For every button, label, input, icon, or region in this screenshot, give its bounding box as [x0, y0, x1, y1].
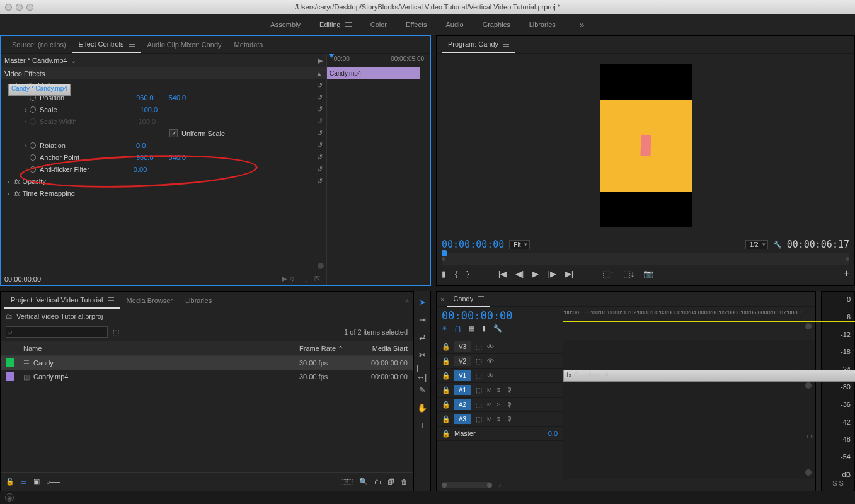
effect-clip-bar[interactable]: Candy.mp4 [327, 67, 420, 79]
type-tool[interactable]: T [416, 420, 428, 431]
mark-out-button[interactable]: } [466, 269, 469, 278]
reset-rotation[interactable] [317, 141, 323, 149]
timeline-track-area[interactable]: fxCandy.mp4 ↦ [563, 340, 815, 479]
add-marker-button[interactable]: ▮ [442, 269, 446, 278]
keyframe-toggle-scale[interactable] [30, 106, 36, 113]
reset-opacity[interactable] [317, 177, 323, 185]
project-table[interactable]: NameFrame Rate ⌃Media Start ☰Candy30.00 … [1, 341, 413, 472]
prop-scale[interactable]: ›Scale100.0 [1, 103, 326, 115]
razor-tool[interactable]: ✂ [416, 349, 428, 360]
workspace-effects[interactable]: Effects [406, 21, 427, 28]
sequence-clip-link[interactable]: Candy * Candy.mp4 [8, 84, 71, 96]
prop-uniform-scale[interactable]: ✓Uniform Scale [1, 127, 326, 139]
workspace-graphics[interactable]: Graphics [483, 21, 510, 28]
panel-menu-icon[interactable] [478, 296, 484, 301]
timeline-settings[interactable]: 🔧 [493, 324, 502, 333]
workspace-menu-icon[interactable] [345, 22, 352, 27]
find-button[interactable]: 🔍 [359, 478, 368, 486]
keyframe-toggle-rotation[interactable] [30, 142, 36, 149]
ripple-edit-tool[interactable]: ⇄ [416, 331, 428, 343]
linked-selection-toggle[interactable]: ⋂ [455, 324, 461, 333]
workspace-overflow[interactable]: » [580, 20, 585, 30]
tab-program[interactable]: Program: Candy [442, 37, 515, 53]
creative-cloud-icon[interactable]: ◉ [5, 493, 14, 502]
go-to-out-button[interactable]: ▶| [565, 269, 573, 278]
track-header-v1[interactable]: 🔒V1⬚👁 [437, 369, 563, 383]
workspace-color[interactable]: Color [370, 21, 387, 28]
list-view-button[interactable]: ☰ [21, 478, 27, 486]
track-header-a2[interactable]: 🔒A2⬚MS🎙 [437, 398, 563, 412]
tab-metadata[interactable]: Metadata [228, 37, 270, 52]
export-frame-button[interactable]: 📷 [643, 269, 653, 278]
track-header-v2[interactable]: 🔒V2⬚👁 [437, 354, 563, 369]
position-x[interactable]: 960.0 [136, 94, 154, 101]
extract-button[interactable]: ⬚↓ [623, 269, 635, 278]
program-scrub-bar[interactable] [442, 253, 849, 265]
delete-button[interactable]: 🗑 [401, 478, 408, 486]
keyframe-toggle-flicker[interactable] [30, 166, 36, 173]
tab-audio-clip-mixer[interactable]: Audio Clip Mixer: Candy [141, 37, 228, 52]
program-viewer[interactable] [437, 54, 854, 238]
keyframe-toggle-anchor[interactable] [30, 154, 36, 161]
effect-controls-footer-icons[interactable]: ▶♫ ⬚ ⇱ [282, 275, 323, 283]
project-search-input[interactable] [6, 326, 108, 338]
program-zoom-fit[interactable]: Fit [509, 240, 530, 249]
new-bin-button[interactable]: 🗀 [374, 478, 381, 486]
master-clip-label[interactable]: Master * Candy.mp4 [4, 57, 67, 64]
reset-uniform[interactable] [317, 129, 323, 137]
go-to-in-button[interactable]: |◀ [498, 269, 507, 278]
effect-time-remapping[interactable]: ›fxTime Remapping [1, 187, 326, 199]
tab-project[interactable]: Project: Vertical Video Tutorial [4, 292, 120, 309]
window-traffic-lights[interactable] [5, 4, 33, 11]
work-area-bar[interactable] [563, 321, 855, 322]
reset-scale[interactable] [317, 105, 323, 113]
step-back-button[interactable]: ◀| [515, 269, 524, 278]
track-header-master[interactable]: 🔒Master0.0 [437, 427, 563, 441]
panel-overflow[interactable]: » [405, 297, 409, 304]
add-marker-toggle[interactable]: ▦ [468, 324, 474, 333]
reset-flicker[interactable] [317, 165, 323, 173]
program-resolution[interactable]: 1/2 [745, 240, 768, 249]
tab-libraries[interactable]: Libraries [179, 293, 218, 308]
playhead-icon[interactable] [442, 250, 447, 256]
workspace-assembly[interactable]: Assembly [270, 21, 301, 28]
effect-opacity[interactable]: ›fxOpacity [1, 175, 326, 187]
vertical-scroll[interactable] [805, 323, 812, 329]
reset-motion[interactable] [317, 81, 323, 89]
workspace-libraries[interactable]: Libraries [529, 21, 556, 28]
keyframe-toggle-position[interactable] [30, 94, 36, 101]
tab-media-browser[interactable]: Media Browser [120, 293, 179, 308]
button-editor[interactable]: + [844, 268, 849, 279]
selection-tool[interactable]: ➤ [416, 296, 428, 307]
table-row[interactable]: ▥Candy.mp430.00 fps00:00:00:00 [1, 370, 413, 384]
effect-controls-timecode[interactable]: 00:00:00:00 [4, 275, 41, 283]
timeline-clip[interactable]: fxCandy.mp4 [563, 370, 855, 382]
solo-buttons[interactable]: S S [832, 479, 844, 487]
snap-toggle[interactable]: ✴ [442, 324, 447, 333]
anchor-y[interactable]: 540.0 [169, 154, 186, 161]
panel-menu-icon[interactable] [129, 42, 135, 47]
flicker-value[interactable]: 0.00 [134, 166, 147, 173]
scroll-thumb[interactable] [805, 469, 812, 476]
uniform-scale-checkbox[interactable]: ✓ [169, 129, 178, 137]
position-y[interactable]: 540.0 [169, 94, 186, 101]
panel-menu-icon[interactable] [503, 42, 509, 47]
timeline-marker-icon[interactable]: ▮ [482, 324, 486, 333]
automate-button[interactable]: ⬚⬚ [340, 478, 353, 486]
timeline-timecode[interactable]: 00:00:00:00 [442, 309, 558, 322]
timeline-ruler[interactable]: :00:0000:00:01:0000:00:02:0000:00:03:000… [563, 307, 815, 340]
panel-menu-icon[interactable] [108, 297, 114, 302]
prop-anchor-point[interactable]: Anchor Point960.0540.0 [1, 151, 326, 163]
timeline-zoom-scroll[interactable] [442, 482, 492, 488]
hand-tool[interactable]: ✋ [416, 402, 428, 413]
workspace-editing[interactable]: Editing [319, 21, 352, 28]
track-header-a3[interactable]: 🔒A3⬚MS🎙 [437, 412, 563, 427]
effect-controls-timeline[interactable]: :00:00 00:00:05:00 Candy.mp4 [327, 54, 430, 285]
scroll-thumb[interactable] [318, 263, 324, 269]
tab-source[interactable]: Source: (no clips) [6, 37, 72, 52]
bin-filter-icon[interactable]: ⬚ [113, 328, 119, 336]
freeform-view-button[interactable]: ○── [46, 478, 60, 486]
program-timecode-left[interactable]: 00:00:00:00 [442, 239, 504, 250]
new-item-button[interactable]: 🗐 [387, 478, 394, 486]
icon-view-button[interactable]: ▣ [33, 478, 40, 486]
